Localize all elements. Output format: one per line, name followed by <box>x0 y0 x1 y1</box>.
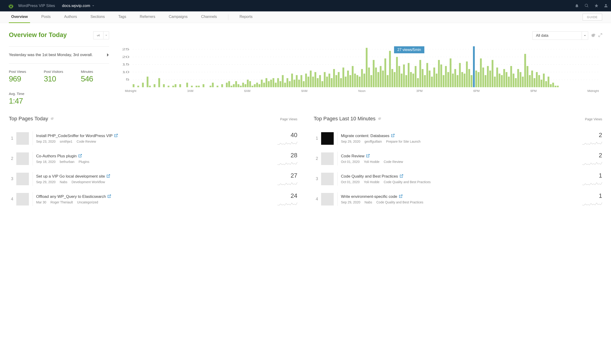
tab-posts[interactable]: Posts <box>39 11 53 23</box>
page-row[interactable]: 2 Co-Authors Plus plugin Sep 18, 2020 be… <box>9 148 297 169</box>
page-category: Uncategorized <box>77 200 98 204</box>
page-row[interactable]: 3 Set up a VIP Go local development site… <box>9 169 297 189</box>
svg-rect-51 <box>272 78 274 87</box>
section-title: Top Pages Last 10 Minutes <box>314 116 375 122</box>
insight-row[interactable]: Yesterday was the 1st best Monday, 3rd o… <box>9 47 109 64</box>
external-link-button[interactable] <box>399 195 403 199</box>
svg-rect-60 <box>294 80 295 87</box>
svg-rect-169 <box>548 77 549 87</box>
section-settings-button[interactable] <box>50 117 54 121</box>
svg-rect-43 <box>254 84 256 87</box>
notifications-button[interactable] <box>572 0 582 11</box>
chart-expand-button[interactable] <box>598 33 602 38</box>
page-sparkline <box>582 181 602 186</box>
org-name[interactable]: WordPress VIP Sites <box>18 3 55 8</box>
page-row[interactable]: 2 Code Review Oct 01, 2020 Yoli Hodde Co… <box>314 148 602 169</box>
chart-tick: 6AM <box>244 89 250 93</box>
svg-rect-136 <box>471 75 472 87</box>
svg-rect-111 <box>413 74 414 87</box>
announce-dropdown[interactable] <box>103 31 109 39</box>
external-link-button[interactable] <box>79 154 82 158</box>
svg-rect-131 <box>459 63 461 87</box>
svg-rect-40 <box>247 80 249 87</box>
external-link-icon <box>107 174 110 178</box>
external-link-button[interactable] <box>107 174 110 179</box>
user-icon <box>604 3 609 8</box>
page-row[interactable]: 1 Migrate content: Databases Sep 29, 202… <box>314 128 602 148</box>
page-rank: 3 <box>314 176 320 181</box>
page-row[interactable]: 4 Write environment-specific code Sep 29… <box>314 189 602 209</box>
tab-reports[interactable]: Reports <box>237 11 255 23</box>
svg-rect-124 <box>443 75 444 87</box>
tab-tags[interactable]: Tags <box>116 11 129 23</box>
svg-rect-152 <box>508 77 510 87</box>
tab-campaigns[interactable]: Campaigns <box>167 11 190 23</box>
tab-referrers[interactable]: Referrers <box>137 11 157 23</box>
tab-authors[interactable]: Authors <box>62 11 79 23</box>
guide-button[interactable]: GUIDE <box>583 14 602 20</box>
svg-rect-23 <box>191 86 193 87</box>
page-date: Sep 23, 2020 <box>36 140 56 143</box>
chart-settings-button[interactable] <box>591 33 596 39</box>
svg-rect-33 <box>230 86 232 87</box>
svg-rect-63 <box>301 75 303 87</box>
svg-rect-102 <box>391 69 393 87</box>
external-link-button[interactable] <box>108 195 111 199</box>
svg-rect-99 <box>385 58 386 87</box>
svg-rect-121 <box>436 74 438 87</box>
tab-channels[interactable]: Channels <box>199 11 219 23</box>
page-author: Nabs <box>364 200 372 204</box>
metric-label: Avg. Time <box>9 92 24 96</box>
page-date: Oct 01, 2020 <box>341 160 360 164</box>
page-date: Sep 29, 2020 <box>341 200 360 204</box>
views-chart[interactable]: 27 views/5min 510152025 Midnight3AM6AM9A… <box>118 46 602 95</box>
external-link-button[interactable] <box>366 154 370 158</box>
svg-rect-135 <box>468 69 470 87</box>
page-title: Set up a VIP Go local development site <box>36 174 105 179</box>
external-link-icon <box>114 134 118 137</box>
page-views-count: 2 <box>592 152 602 159</box>
svg-rect-24 <box>195 86 197 87</box>
svg-rect-50 <box>270 80 272 87</box>
page-title: Code Review <box>341 154 364 158</box>
chart-tick: 9PM <box>530 89 537 93</box>
svg-rect-140 <box>480 58 482 87</box>
svg-rect-162 <box>531 71 533 87</box>
svg-rect-112 <box>415 66 417 87</box>
chart-panel: All data 27 views/5min 510152025 Midnigh… <box>118 31 602 105</box>
page-meta: Mar 30 Roger Theriault Uncategorized <box>36 200 276 204</box>
site-selector[interactable]: docs.wpvip.com <box>62 3 94 8</box>
search-button[interactable] <box>582 0 591 11</box>
data-filter-select[interactable]: All data <box>532 31 588 40</box>
page-views-count: 1 <box>592 172 602 179</box>
svg-rect-56 <box>284 83 286 87</box>
favorites-button[interactable] <box>591 0 601 11</box>
svg-rect-22 <box>186 83 188 87</box>
svg-rect-78 <box>335 75 337 87</box>
svg-rect-37 <box>240 86 242 87</box>
bell-icon <box>575 3 579 8</box>
external-link-button[interactable] <box>400 174 403 179</box>
page-row[interactable]: 1 Install PHP_CodeSniffer for WordPress … <box>9 128 297 148</box>
svg-rect-66 <box>308 77 309 87</box>
external-link-button[interactable] <box>391 134 394 138</box>
svg-rect-85 <box>352 66 354 87</box>
svg-rect-79 <box>338 72 340 87</box>
external-link-icon <box>400 174 403 178</box>
svg-rect-64 <box>303 81 305 87</box>
svg-rect-19 <box>172 86 174 87</box>
section-title: Top Pages Today <box>9 116 48 122</box>
tab-sections[interactable]: Sections <box>88 11 107 23</box>
chart-bars: 510152025 <box>118 46 602 88</box>
page-row[interactable]: 3 Code Quality and Best Practices Oct 01… <box>314 169 602 189</box>
metric-value: 969 <box>9 75 26 83</box>
announce-button[interactable] <box>93 31 103 39</box>
chart-tooltip: 27 views/5min <box>394 46 424 53</box>
page-row[interactable]: 4 Offload any WP_Query to Elasticsearch … <box>9 189 297 209</box>
user-menu-button[interactable] <box>601 0 611 11</box>
svg-rect-170 <box>550 84 552 87</box>
section-settings-button[interactable] <box>378 117 381 121</box>
page-title: Code Quality and Best Practices <box>341 174 398 179</box>
tab-overview[interactable]: Overview <box>9 11 30 23</box>
external-link-button[interactable] <box>114 134 118 138</box>
